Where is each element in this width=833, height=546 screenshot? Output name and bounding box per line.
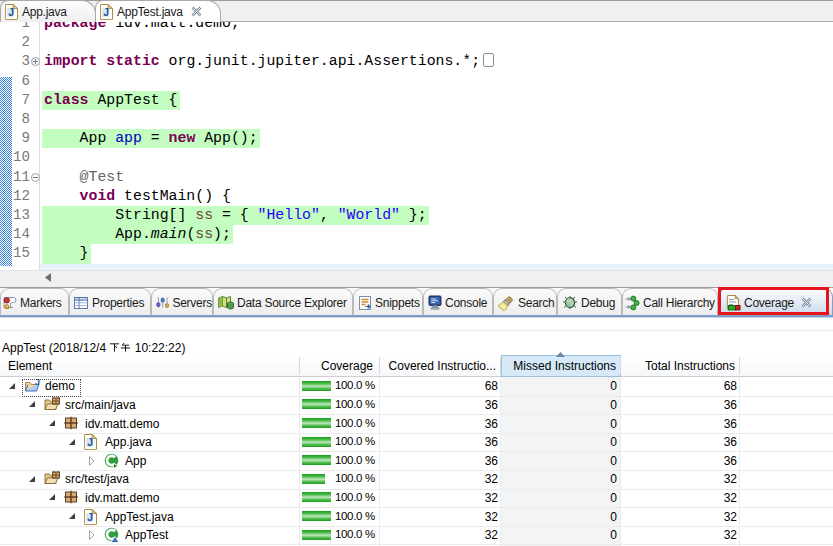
svg-text:J: J — [8, 6, 14, 18]
svg-text:J: J — [87, 511, 93, 523]
svg-text:J: J — [103, 6, 109, 18]
svg-text:J: J — [87, 436, 93, 448]
